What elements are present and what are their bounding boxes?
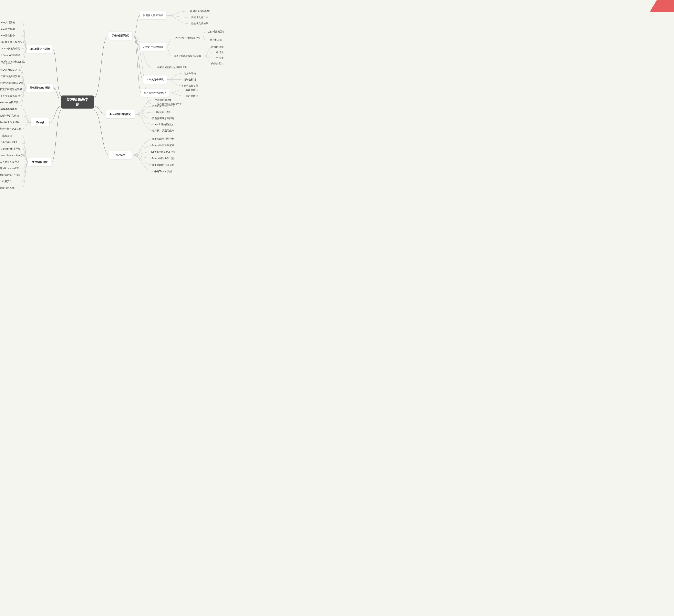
node-虚拟机对象: 虚拟机对象 (210, 37, 222, 42)
node-Linux基础与进阶[interactable]: Linux基础与进阶 (27, 45, 52, 53)
node-内存分配与回收策略: 内存分配与回收策略 (211, 61, 224, 66)
node-架构师筑基专题[interactable]: 架构师筑基专题 (61, 96, 94, 109)
node-运行时数据区域: 运行时数据区域 (208, 29, 224, 34)
node-线程安全: 线程安全 (2, 179, 12, 184)
node-高性能Netty框架[interactable]: 高性能Netty框架 (26, 84, 53, 92)
node-类的设计陷阱: 类的设计陷阱 (156, 110, 171, 115)
node-程序设计的通用规则: 程序设计的通用规则 (152, 128, 174, 133)
node-优雅的创建对象: 优雅的创建对象 (154, 98, 172, 102)
node-编译期优化: 编译期优化 (186, 87, 198, 92)
node-JVM内存管理机制[interactable]: JVM内存管理机制 (140, 43, 166, 51)
node-Mysql索引优化详解: Mysql索引优化详解 (0, 120, 20, 125)
node-分隔符和定长解码器的应用: 分隔符和定长解码器的应用 (0, 87, 22, 92)
node-Tomcat针对内存优化: Tomcat针对内存优化 (152, 163, 175, 167)
node-Linux下Docker与Tomcat集: Linux下Docker与Tomcat集成实战 (0, 59, 25, 64)
node-线程池和Executor框架: 线程池和Executor框架 (0, 166, 19, 171)
node-Tomcat[interactable]: Tomcat (109, 151, 131, 159)
node-虚拟机性能监控与故障处理工具: 虚拟机性能监控与故障处理工具 (155, 65, 187, 70)
mind-map: 架构师筑基专题JVM性能调优性能优化如何理解如何衡量性能标准性能优化是什么性能优… (0, 0, 224, 204)
node-实现原理和Java内存模型: 实现原理和Java内存模型 (0, 173, 21, 177)
node-性能优化是什么: 性能优化是什么 (191, 15, 208, 20)
node-线程基础: 线程基础 (2, 133, 12, 138)
node-Tomcat生产环境配置: Tomcat生产环境配置 (152, 143, 175, 148)
node-并发项目实战: 并发项目实战 (0, 186, 14, 190)
node-Tomcat针对并发优化: Tomcat针对并发优化 (152, 156, 175, 161)
node-Linux基础指令: Linux基础指令 (0, 33, 15, 38)
node-类加载机制: 类加载机制 (184, 77, 196, 82)
node-JVM性能调优[interactable]: JVM性能调优 (109, 32, 132, 40)
node-如何衡量性能标准: 如何衡量性能标准 (190, 9, 210, 14)
node-类文件结构: 类文件结构 (184, 71, 196, 76)
node-Linux入门安装: Linux入门安装 (0, 20, 15, 25)
node-I/O-演进之路及NIO-入门: I/O 演进之路及NIO 入门 (0, 67, 20, 72)
node-Netty-开发环境搭建安装: Netty 开发环境搭建安装 (0, 74, 20, 79)
node-性能优化后效果: 性能优化后效果 (191, 21, 208, 26)
node-执行计划深入分析: 执行计划深入分析 (0, 113, 19, 118)
node-探析BTree机制: 探析BTree机制 (1, 107, 17, 112)
node-Tomcat线程模型分析: Tomcat线程模型分析 (152, 136, 175, 141)
node-手写Tomcat实战: 手写Tomcat实战 (154, 169, 172, 174)
node-AbstractQueuedSynchr: AbstractQueuedSynchronizer分析 (0, 153, 25, 158)
node-Netty-多协议开发和应用: Netty 多协议开发和应用 (0, 93, 20, 98)
node-慢查询分析与SQL优化: 慢查询分析与SQL优化 (0, 126, 21, 131)
node-并行收集器: 并行收集器 (216, 56, 224, 61)
node-垃圾回收算法与基础: 垃圾回收算法与基础 (211, 44, 224, 49)
node-Linux-Tomcat安装与停启: Linux Tomcat安装与停启 (0, 46, 20, 51)
node-串行收集器: 串行收集器 (216, 50, 224, 55)
node-JVM执行子系统[interactable]: JVM执行子系统 (143, 76, 167, 84)
node-Mysql[interactable]: Mysql (30, 118, 49, 126)
node-Linux注意事项: Linux注意事项 (0, 26, 15, 31)
connections-svg (0, 0, 224, 204)
node-运行期优化: 运行期优化 (186, 93, 198, 98)
node-并发工具类和并发容器: 并发工具类和并发容器 (0, 160, 19, 164)
node-Linux下Docker进阶讲解: Linux下Docker进阶讲解 (0, 53, 20, 58)
node-Linux-Jdk1.8环境安装及操作指: Linux Jdk1.8环境安装及操作指令 (0, 39, 25, 44)
node-原子操作类和CAS: 原子操作类和CAS (0, 140, 17, 145)
node-内存区域与内存溢出异常: 内存区域与内存溢出异常 (176, 35, 200, 40)
node-Lock、Condition和显示锁: Lock、Condition和显示锁 (0, 146, 21, 151)
node-注意对象的通用方法: 注意对象的通用方法 (152, 104, 174, 109)
node-TCP-粘包/拆包问题的解决之道: TCP 粘包/拆包问题的解决之道 (0, 80, 24, 85)
node-性能优化如何理解[interactable]: 性能优化如何理解 (140, 11, 166, 19)
node-Java方法的那些坑: Java方法的那些坑 (153, 122, 173, 127)
node-泛型需要注意的问题: 泛型需要注意的问题 (152, 116, 174, 121)
node-程序编译与代码优化[interactable]: 程序编译与代码优化 (141, 89, 169, 97)
node-垃圾收集器与内存分配策略: 垃圾收集器与内存分配策略 (174, 54, 201, 59)
node-Java程序性能优化[interactable]: Java程序性能优化 (106, 110, 135, 118)
node-WebSocket-协议开发: WebSocket 协议开发 (0, 100, 18, 105)
node-Tomcat运行机制及框架: Tomcat运行机制及框架 (151, 149, 176, 154)
node-并发编程进阶[interactable]: 并发编程进阶 (28, 158, 51, 166)
